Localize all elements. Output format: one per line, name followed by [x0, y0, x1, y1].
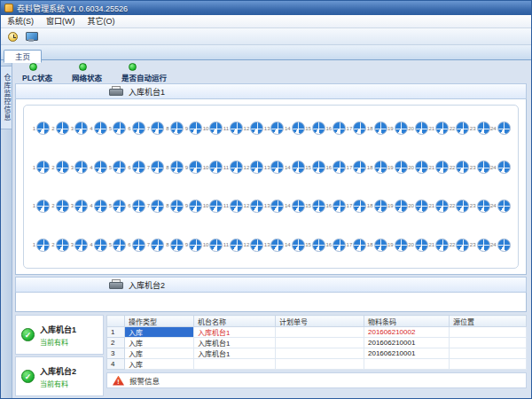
menu-item[interactable]: 其它(O) — [82, 15, 121, 28]
reel-slot: 15 — [305, 121, 325, 135]
reel-slot: 5 — [107, 200, 126, 213]
menu-bar: 系统(S)窗口(W)其它(O) — [1, 15, 531, 28]
machine2-title: 入库机台2 — [129, 279, 165, 291]
reel-gauge-icon — [209, 200, 223, 213]
reel-slot-number: 19 — [387, 126, 394, 131]
reel-slot: 22 — [450, 160, 470, 174]
reel-gauge-icon — [395, 200, 408, 213]
reel-slot-number: 13 — [264, 126, 270, 131]
reel-gauge-icon — [332, 160, 346, 174]
reel-gauge-icon — [170, 200, 184, 213]
operation-type-cell: 入库 — [125, 348, 194, 359]
reel-slot: 6 — [127, 160, 145, 174]
reel-slot-number: 20 — [408, 242, 414, 247]
reel-slot: 23 — [470, 239, 490, 252]
operation-type-cell: 入库 — [125, 338, 194, 348]
reel-slot: 21 — [428, 121, 449, 135]
reel-slot-number: 4 — [89, 165, 93, 170]
reel-slot-number: 2 — [51, 165, 55, 170]
menu-item[interactable]: 窗口(W) — [40, 15, 82, 28]
reel-gauge-icon — [189, 160, 202, 174]
material-status: 当前有料 — [40, 337, 76, 347]
table-row[interactable]: 3入库入库机台1201606210001 — [107, 348, 527, 359]
warning-icon: ! — [113, 376, 124, 386]
reel-gauge-icon — [435, 121, 449, 135]
reel-slot: 20 — [408, 239, 428, 252]
reel-slot-number: 8 — [165, 165, 169, 170]
reel-slot: 19 — [387, 200, 408, 213]
column-header[interactable]: 操作类型 — [125, 316, 194, 327]
reel-gauge-icon — [151, 239, 164, 252]
reel-gauge-icon — [151, 160, 164, 174]
reel-slot: 12 — [244, 160, 264, 174]
reel-slot: 24 — [490, 121, 511, 135]
reel-slot: 9 — [184, 121, 202, 135]
printer-icon[interactable] — [109, 279, 121, 290]
log-area: 操作类型机台名称计划单号物料条码源位置 1入库入库机台1201606210002… — [106, 315, 527, 396]
reel-slot-number: 1 — [31, 242, 35, 247]
reel-gauge-icon — [292, 200, 305, 213]
reel-slot: 8 — [165, 121, 184, 135]
table-header-row: 操作类型机台名称计划单号物料条码源位置 — [107, 316, 527, 327]
reel-row: 123456789101112131415161718192021222324 — [31, 121, 511, 135]
reel-gauge-icon — [456, 200, 469, 213]
barcode-cell: 201606210002 — [364, 327, 450, 338]
reel-slot: 23 — [470, 200, 490, 213]
column-header[interactable]: 计划单号 — [276, 316, 364, 327]
reel-gauge-icon — [270, 239, 284, 252]
reel-gauge-icon — [250, 160, 263, 174]
reel-slot-number: 6 — [127, 126, 131, 131]
reel-slot-number: 12 — [244, 126, 250, 131]
clock-toolbar-button[interactable] — [5, 30, 20, 43]
reel-gauge-icon — [395, 239, 408, 252]
reel-slot: 10 — [203, 160, 223, 174]
reel-gauge-icon — [395, 160, 408, 174]
plan-number-cell — [276, 338, 364, 348]
reel-gauge-icon — [477, 239, 490, 252]
reel-slot: 19 — [387, 121, 408, 135]
reel-gauge-icon — [415, 160, 428, 174]
reel-gauge-icon — [230, 239, 243, 252]
reel-gauge-icon — [395, 121, 408, 135]
column-header[interactable]: 物料条码 — [364, 316, 450, 327]
column-header[interactable]: 源位置 — [450, 316, 527, 327]
reel-slot-number: 11 — [223, 165, 229, 170]
reel-slot-number: 21 — [428, 203, 434, 208]
reel-slot: 4 — [89, 160, 107, 174]
card-text: 入库机台2当前有料 — [40, 365, 76, 388]
reel-slot-number: 24 — [490, 242, 497, 247]
reel-gauge-icon — [56, 121, 69, 135]
menu-item[interactable]: 系统(S) — [1, 15, 40, 28]
reel-slot: 5 — [107, 160, 126, 174]
reel-gauge-icon — [312, 121, 325, 135]
reel-slot: 23 — [470, 121, 490, 135]
reel-slot: 24 — [490, 160, 511, 174]
reel-gauge-icon — [209, 160, 223, 174]
column-header[interactable]: 机台名称 — [194, 316, 276, 327]
reel-gauge-icon — [477, 200, 490, 213]
reel-slot-number: 17 — [347, 203, 353, 208]
table-row[interactable]: 2入库入库机台1201606210001 — [107, 338, 527, 348]
reel-slot: 18 — [367, 200, 387, 213]
tab-home[interactable]: 主页 — [4, 50, 42, 63]
status-dot-icon — [29, 63, 37, 71]
reel-slot: 6 — [127, 239, 145, 252]
reel-gauge-icon — [36, 200, 50, 213]
app-icon — [4, 4, 13, 12]
clock-icon — [8, 32, 18, 42]
reel-gauge-icon — [74, 160, 88, 174]
reel-gauge-icon — [435, 160, 449, 174]
reel-gauge-icon — [113, 200, 126, 213]
reel-slot-number: 9 — [184, 203, 188, 208]
reel-slot: 10 — [203, 239, 223, 252]
reel-gauge-icon — [189, 200, 202, 213]
title-bar[interactable]: 卷料管理系统 V1.0.6034.25526 — [1, 1, 531, 15]
reel-slot-number: 9 — [184, 126, 188, 131]
reel-slot-number: 8 — [165, 203, 169, 208]
reel-gauge-icon — [209, 121, 223, 135]
sidebar-tab-monitor[interactable]: 仓库监控信息 — [1, 66, 12, 129]
printer-icon[interactable] — [109, 86, 121, 97]
table-row[interactable]: 4入库 — [107, 359, 527, 370]
monitor-toolbar-button[interactable] — [24, 30, 38, 43]
table-row[interactable]: 1入库入库机台1201606210002 — [107, 327, 527, 338]
